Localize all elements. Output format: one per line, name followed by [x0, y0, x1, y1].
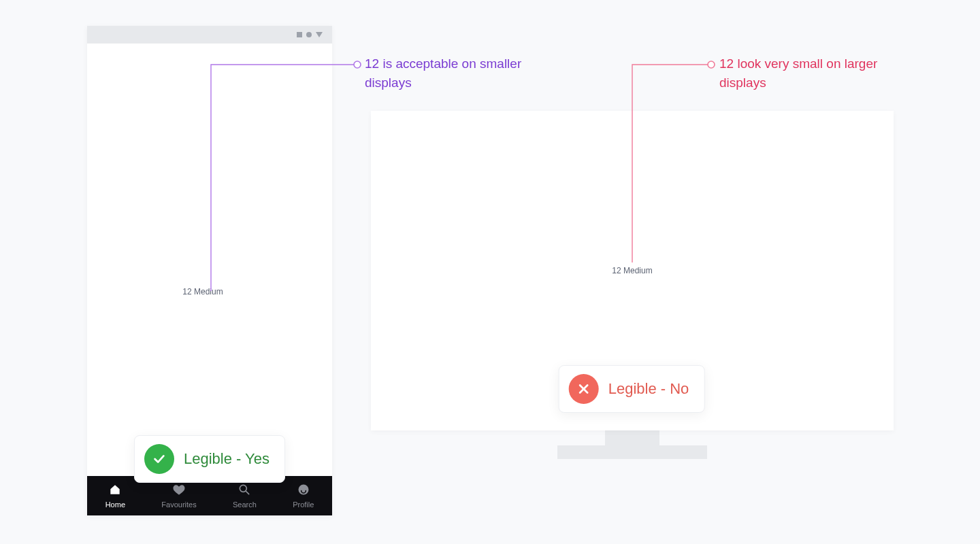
tab-search[interactable]: Search: [233, 483, 257, 509]
legible-yes-label: Legible - Yes: [184, 450, 270, 468]
circle-icon: [306, 32, 312, 37]
phone-screen: 12 Medium: [87, 44, 332, 476]
svg-line-1: [246, 492, 249, 494]
profile-icon: [297, 483, 310, 499]
svg-point-0: [240, 485, 247, 492]
phone-status-icons: [87, 26, 332, 44]
svg-point-3: [354, 61, 361, 68]
search-icon: [238, 483, 251, 499]
tab-profile[interactable]: Profile: [293, 483, 314, 509]
annotation-good: 12 is acceptable on smaller displays: [365, 54, 542, 92]
tab-label: Profile: [293, 500, 314, 509]
tab-label: Search: [233, 500, 257, 509]
tab-favourites[interactable]: Favourites: [161, 483, 196, 509]
legible-no-badge: Legible - No: [559, 365, 705, 413]
home-icon: [108, 483, 122, 499]
check-icon: [144, 444, 174, 474]
legible-no-label: Legible - No: [608, 380, 689, 398]
annotation-bad: 12 look very small on larger displays: [719, 54, 896, 92]
square-icon: [297, 32, 302, 37]
tab-label: Home: [105, 500, 125, 509]
triangle-down-icon: [316, 32, 323, 37]
tab-label: Favourites: [161, 500, 196, 509]
tab-home[interactable]: Home: [105, 483, 125, 509]
legible-yes-badge: Legible - Yes: [134, 435, 285, 483]
sample-text: 12 Medium: [612, 266, 652, 275]
diagram-stage: 12 Medium Home Favourites Search: [0, 0, 980, 544]
monitor-stand-base: [557, 445, 707, 459]
svg-point-4: [708, 61, 715, 68]
monitor-stand-neck: [605, 430, 659, 445]
heart-icon: [172, 483, 186, 499]
close-icon: [569, 374, 599, 404]
sample-text: 12 Medium: [182, 287, 223, 296]
